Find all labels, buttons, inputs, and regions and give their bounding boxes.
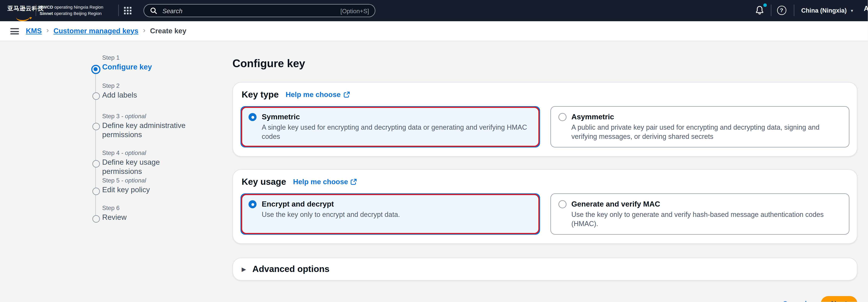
radio-unselected-icon[interactable]: [558, 113, 566, 121]
help-link-label: Help me choose: [293, 178, 348, 186]
topbar-divider: [118, 5, 119, 16]
aws-logo-text: 亚马逊云科技: [7, 5, 44, 11]
wizard-footer-actions: Cancel Next: [232, 296, 858, 302]
main-content: Configure key Key type Help me choose: [232, 57, 858, 302]
help-link-label: Help me choose: [286, 91, 341, 99]
step-title[interactable]: Add labels: [102, 91, 201, 100]
key-usage-option-encrypt-decrypt[interactable]: Encrypt and decrypt Use the key only to …: [241, 193, 540, 235]
chevron-right-icon: ›: [143, 26, 146, 34]
wizard-step-configure-key: Step 1 Configure key: [102, 54, 201, 71]
key-usage-help-link[interactable]: Help me choose: [293, 178, 358, 186]
step-label: Step 5: [102, 177, 121, 183]
search-input[interactable]: [161, 7, 336, 15]
step-title[interactable]: Edit key policy: [102, 185, 201, 194]
step4-radio: [92, 160, 100, 168]
radio-selected-icon[interactable]: [249, 113, 256, 121]
aws-smile-icon: [16, 15, 30, 21]
aws-china-logo[interactable]: 亚马逊云科技: [7, 5, 44, 12]
page-title: Configure key: [232, 57, 858, 70]
step-label: Step 2: [102, 82, 120, 89]
key-type-option-asymmetric[interactable]: Asymmetric A public and private key pair…: [550, 106, 849, 147]
breadcrumb-customer-managed-keys-link[interactable]: Customer managed keys: [53, 27, 138, 35]
step-title[interactable]: Review: [102, 213, 201, 222]
cancel-button[interactable]: Cancel: [782, 299, 807, 302]
key-usage-section: Key usage Help me choose Encrypt and dec…: [232, 169, 858, 244]
option-title: Generate and verify MAC: [571, 200, 842, 209]
option-description: A public and private key pair used for e…: [571, 123, 842, 141]
breadcrumb-kms-link[interactable]: KMS: [26, 27, 42, 35]
top-navigation-bar: 亚马逊云科技 NWCD operating Ningxia Region Sin…: [0, 0, 868, 21]
topbar-divider: [794, 5, 794, 16]
account-menu-partial[interactable]: A: [864, 5, 868, 12]
caret-right-icon: ▶: [242, 266, 246, 272]
notification-dot: [763, 3, 767, 7]
step-label: Step 6: [102, 204, 120, 211]
option-description: Use the key only to generate and verify …: [571, 210, 842, 228]
external-link-icon: [350, 178, 357, 185]
key-type-heading: Key type: [242, 90, 279, 100]
option-title: Symmetric: [262, 112, 532, 122]
step-title[interactable]: Configure key: [102, 62, 201, 71]
key-type-section: Key type Help me choose Symmetric A sing…: [232, 82, 858, 157]
step-optional-suffix: - optional: [121, 177, 146, 183]
step1-radio-active: [91, 65, 100, 74]
wizard-step-review: Step 6 Review: [102, 204, 201, 222]
step-label: Step 1: [102, 54, 120, 61]
step-label: Step 3: [102, 112, 121, 119]
topbar-divider: [771, 5, 771, 16]
key-usage-heading: Key usage: [242, 177, 286, 187]
services-grid-icon[interactable]: [124, 7, 131, 14]
next-button[interactable]: Next: [820, 296, 858, 302]
key-type-help-link[interactable]: Help me choose: [286, 91, 350, 99]
wizard-step-define-key-administrative-permissions: Step 3 - optional Define key administrat…: [102, 112, 201, 139]
step-optional-suffix: - optional: [121, 149, 146, 156]
notifications-button[interactable]: [755, 5, 766, 16]
advanced-options-expander[interactable]: ▶ Advanced options: [232, 258, 858, 280]
help-button[interactable]: ?: [777, 6, 786, 15]
step3-radio: [92, 123, 100, 130]
bell-icon: [755, 5, 765, 15]
key-usage-option-generate-verify-mac[interactable]: Generate and verify MAC Use the key only…: [550, 193, 849, 235]
step-optional-suffix: - optional: [121, 112, 146, 119]
step-title[interactable]: Define key administrative permissions: [102, 121, 201, 139]
option-title: Encrypt and decrypt: [262, 200, 400, 209]
step5-radio: [92, 188, 100, 195]
operator-line1-rest: operating Ningxia Region: [53, 5, 103, 10]
screen-stage: 亚马逊云科技 NWCD operating Ningxia Region Sin…: [0, 0, 868, 302]
region-selector[interactable]: China (Ningxia) ▼: [801, 7, 854, 14]
wizard-step-add-labels: Step 2 Add labels: [102, 82, 201, 100]
step2-radio: [92, 92, 100, 100]
step6-radio: [92, 215, 100, 223]
topbar-divider: [36, 5, 36, 16]
chevron-down-icon: ▼: [850, 8, 854, 12]
advanced-options-label: Advanced options: [252, 264, 330, 274]
operator-line1-bold: NWCD: [40, 5, 53, 10]
chevron-right-icon: ›: [46, 26, 49, 34]
breadcrumb: KMS › Customer managed keys › Create key: [26, 26, 186, 35]
help-question-icon: ?: [780, 7, 783, 13]
breadcrumb-current-page: Create key: [150, 27, 186, 35]
key-type-option-symmetric[interactable]: Symmetric A single key used for encrypti…: [241, 106, 540, 147]
option-description: Use the key only to encrypt and decrypt …: [262, 210, 400, 220]
search-icon: [150, 7, 157, 14]
operator-line2-rest: operating Beijing Region: [53, 11, 102, 16]
region-operator-text: NWCD operating Ningxia Region Sinnet ope…: [40, 5, 103, 17]
side-menu-toggle[interactable]: [10, 28, 19, 35]
radio-selected-icon[interactable]: [249, 200, 256, 208]
step-label: Step 4: [102, 149, 121, 156]
search-shortcut-hint: [Option+S]: [340, 7, 369, 14]
wizard-step-define-key-usage-permissions: Step 4 - optional Define key usage permi…: [102, 149, 201, 176]
global-search-bar[interactable]: [Option+S]: [144, 4, 375, 17]
breadcrumb-bar: KMS › Customer managed keys › Create key: [0, 21, 868, 41]
option-description: A single key used for encrypting and dec…: [262, 123, 532, 141]
option-title: Asymmetric: [571, 112, 842, 122]
radio-unselected-icon[interactable]: [558, 200, 566, 208]
operator-line2-bold: Sinnet: [40, 11, 53, 16]
wizard-step-edit-key-policy: Step 5 - optional Edit key policy: [102, 177, 201, 194]
step-title[interactable]: Define key usage permissions: [102, 158, 201, 176]
region-label: China (Ningxia): [801, 7, 847, 14]
external-link-icon: [343, 91, 350, 98]
aws-console-window: 亚马逊云科技 NWCD operating Ningxia Region Sin…: [0, 0, 868, 302]
